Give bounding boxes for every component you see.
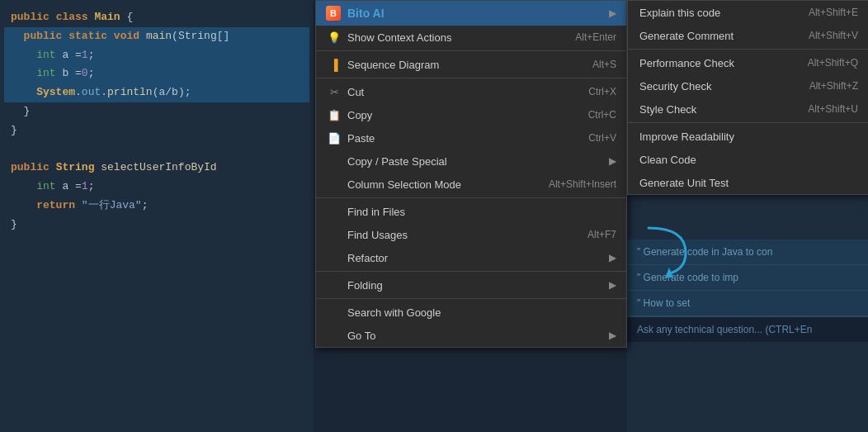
code-editor: public class Main { public static void m… bbox=[0, 0, 314, 432]
ask-input: Ask any technical question... (CTRL+En bbox=[627, 316, 868, 342]
menu-item-sequence-diagram[interactable]: ▐ Sequence Diagram Alt+S bbox=[316, 53, 626, 76]
submenu-item-readability[interactable]: Improve Readability bbox=[628, 125, 868, 148]
menu-separator bbox=[316, 298, 626, 299]
sequence-icon: ▐ bbox=[326, 59, 342, 71]
submenu-item-label: Explain this code bbox=[639, 7, 809, 19]
arrow-icon: ▶ bbox=[609, 279, 616, 291]
blue-arrow-decoration bbox=[636, 220, 702, 278]
menu-item-shortcut: Ctrl+X bbox=[588, 86, 616, 97]
arrow-icon: ▶ bbox=[609, 330, 616, 341]
menu-item-label: Cut bbox=[347, 86, 572, 98]
menu-separator bbox=[316, 271, 626, 272]
menu-item-copy-paste-special[interactable]: Copy / Paste Special ▶ bbox=[316, 150, 626, 173]
menu-item-bito-ai[interactable]: B Bito AI ▶ bbox=[316, 1, 626, 26]
menu-item-find-files[interactable]: Find in Files bbox=[316, 200, 626, 223]
bito-submenu: Explain this code Alt+Shift+E Generate C… bbox=[627, 0, 868, 195]
code-line bbox=[4, 140, 309, 159]
menu-item-label: Show Context Actions bbox=[347, 31, 559, 44]
menu-item-label: Find in Files bbox=[347, 206, 616, 218]
submenu-item-security[interactable]: Security Check Alt+Shift+Z bbox=[628, 74, 868, 97]
menu-item-cut[interactable]: ✂ Cut Ctrl+X bbox=[316, 80, 626, 103]
context-menu: B Bito AI ▶ 💡 Show Context Actions Alt+E… bbox=[315, 0, 627, 348]
menu-item-label: Sequence Diagram bbox=[347, 59, 576, 71]
code-line: } bbox=[4, 216, 309, 235]
copy-icon: 📋 bbox=[326, 109, 342, 121]
menu-item-shortcut: Alt+F7 bbox=[587, 229, 616, 240]
code-line-selected: int a = 1; bbox=[4, 46, 309, 65]
submenu-separator bbox=[628, 122, 868, 123]
submenu-item-explain[interactable]: Explain this code Alt+Shift+E bbox=[628, 1, 868, 24]
submenu-item-comment[interactable]: Generate Comment Alt+Shift+V bbox=[628, 24, 868, 47]
code-line: int a = 1; bbox=[4, 178, 309, 197]
paste-icon: 📄 bbox=[326, 132, 342, 145]
menu-item-paste[interactable]: 📄 Paste Ctrl+V bbox=[316, 126, 626, 150]
submenu-item-unit-test[interactable]: Generate Unit Test bbox=[628, 171, 868, 194]
submenu-item-label: Improve Readability bbox=[639, 131, 858, 143]
code-line-selected: public static void main(String[] bbox=[4, 27, 309, 46]
code-line: public class Main { bbox=[4, 8, 309, 27]
code-line-selected: int b = 0; bbox=[4, 64, 309, 83]
menu-item-label: Search with Google bbox=[347, 306, 616, 319]
code-line: } bbox=[4, 102, 309, 121]
menu-item-search-google[interactable]: Search with Google bbox=[316, 301, 626, 324]
submenu-item-label: Generate Unit Test bbox=[639, 177, 858, 189]
menu-item-shortcut: Ctrl+C bbox=[588, 109, 616, 121]
menu-item-label: Refactor bbox=[347, 252, 602, 264]
menu-item-label: Copy / Paste Special bbox=[347, 155, 602, 168]
menu-separator bbox=[316, 197, 626, 198]
menu-item-find-usages[interactable]: Find Usages Alt+F7 bbox=[316, 223, 626, 246]
submenu-item-shortcut: Alt+Shift+Z bbox=[809, 80, 858, 92]
menu-item-copy[interactable]: 📋 Copy Ctrl+C bbox=[316, 103, 626, 126]
arrow-icon: ▶ bbox=[609, 155, 616, 167]
menu-item-go-to[interactable]: Go To ▶ bbox=[316, 324, 626, 347]
menu-item-label: Paste bbox=[347, 132, 572, 145]
menu-item-column-selection[interactable]: Column Selection Mode Alt+Shift+Insert bbox=[316, 173, 626, 196]
menu-item-show-context[interactable]: 💡 Show Context Actions Alt+Enter bbox=[316, 26, 626, 49]
bito-label: Bito AI bbox=[347, 7, 602, 20]
menu-item-shortcut: Ctrl+V bbox=[588, 132, 616, 144]
submenu-item-label: Performance Check bbox=[639, 57, 808, 69]
submenu-item-shortcut: Alt+Shift+E bbox=[809, 7, 858, 18]
submenu-item-shortcut: Alt+Shift+U bbox=[808, 103, 858, 115]
cut-icon: ✂ bbox=[326, 86, 342, 98]
submenu-item-clean-code[interactable]: Clean Code bbox=[628, 148, 868, 171]
lightbulb-icon: 💡 bbox=[326, 31, 342, 44]
bito-arrow-icon: ▶ bbox=[609, 7, 616, 19]
menu-item-shortcut: Alt+Shift+Insert bbox=[549, 178, 616, 190]
menu-item-label: Column Selection Mode bbox=[347, 178, 532, 191]
submenu-item-style[interactable]: Style Check Alt+Shift+U bbox=[628, 97, 868, 121]
arrow-icon: ▶ bbox=[609, 252, 616, 263]
code-line: } bbox=[4, 121, 309, 140]
menu-item-refactor[interactable]: Refactor ▶ bbox=[316, 246, 626, 269]
submenu-separator bbox=[628, 49, 868, 50]
code-content: public class Main { public static void m… bbox=[0, 0, 314, 243]
panel-gen-item-3[interactable]: " How to set bbox=[627, 291, 868, 316]
menu-item-label: Go To bbox=[347, 330, 602, 342]
submenu-item-shortcut: Alt+Shift+Q bbox=[808, 57, 858, 69]
menu-item-shortcut: Alt+Enter bbox=[575, 31, 616, 43]
submenu-item-label: Clean Code bbox=[639, 154, 858, 166]
submenu-item-shortcut: Alt+Shift+V bbox=[809, 30, 858, 41]
menu-separator bbox=[316, 78, 626, 78]
menu-item-label: Folding bbox=[347, 279, 602, 292]
code-line: public String selectUserInfoById bbox=[4, 159, 309, 178]
menu-item-label: Find Usages bbox=[347, 229, 571, 241]
submenu-item-performance[interactable]: Performance Check Alt+Shift+Q bbox=[628, 51, 868, 74]
menu-item-label: Copy bbox=[347, 109, 572, 121]
menu-separator bbox=[316, 50, 626, 51]
menu-item-shortcut: Alt+S bbox=[592, 59, 616, 70]
submenu-item-label: Generate Comment bbox=[639, 30, 809, 42]
code-line-selected: System.out.println(a/b); bbox=[4, 83, 309, 102]
submenu-item-label: Security Check bbox=[639, 80, 809, 93]
menu-item-folding[interactable]: Folding ▶ bbox=[316, 273, 626, 297]
code-line: return "一行Java"; bbox=[4, 197, 309, 216]
submenu-item-label: Style Check bbox=[639, 103, 808, 116]
bito-icon: B bbox=[326, 6, 341, 21]
